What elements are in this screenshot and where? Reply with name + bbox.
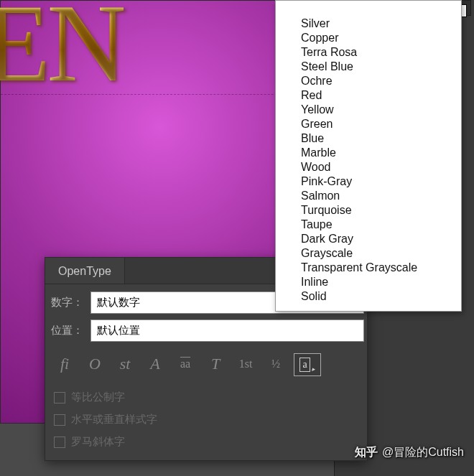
ordinal-1st-icon[interactable]: 1st: [233, 353, 258, 375]
preset-item[interactable]: Steel Blue: [276, 60, 461, 74]
preset-item[interactable]: Taupe: [276, 218, 461, 232]
check-roman-row[interactable]: 罗马斜体字: [51, 431, 364, 453]
titling-t-icon[interactable]: T: [203, 353, 228, 375]
titling-a-icon[interactable]: A: [143, 353, 167, 375]
discretionary-st-icon[interactable]: st: [113, 353, 137, 375]
preset-item[interactable]: Salmon: [276, 189, 461, 203]
check-hv-label: 水平或垂直样式字: [71, 413, 157, 426]
checkbox-icon[interactable]: [54, 437, 65, 448]
ligature-fi-icon[interactable]: fi: [52, 353, 77, 375]
zhihu-logo: 知乎: [355, 445, 378, 460]
preset-item[interactable]: Transparent Grayscale: [276, 261, 461, 275]
preset-item[interactable]: Terra Rosa: [276, 45, 461, 60]
check-hv-row[interactable]: 水平或垂直样式字: [51, 409, 364, 431]
position-value: 默认位置: [97, 324, 140, 336]
preset-item[interactable]: Dark Gray: [276, 232, 461, 246]
checkbox-icon[interactable]: [54, 414, 65, 426]
stylistic-alt-a-icon[interactable]: a ▸: [294, 353, 321, 376]
swash-o-icon[interactable]: O: [83, 353, 107, 375]
preset-item[interactable]: Wood: [276, 160, 461, 174]
preset-item[interactable]: Grayscale: [276, 246, 461, 261]
watermark: 知乎 @冒险的Cutfish: [355, 445, 464, 460]
preset-item[interactable]: Turquoise: [276, 203, 461, 218]
stylistic-aa-icon[interactable]: aa: [173, 353, 198, 375]
check-roman-label: 罗马斜体字: [71, 435, 125, 449]
fraction-half-icon[interactable]: ½: [264, 353, 288, 375]
preset-item[interactable]: Ochre: [276, 74, 461, 88]
preset-item[interactable]: Inline: [276, 275, 461, 289]
tab-opentype[interactable]: OpenType: [45, 258, 125, 284]
preset-item[interactable]: Solid: [276, 289, 461, 304]
preset-item[interactable]: Silver: [276, 17, 461, 31]
preset-item[interactable]: Marble: [276, 146, 461, 160]
position-select[interactable]: 默认位置: [90, 319, 364, 342]
text-baseline: [1, 94, 320, 95]
digits-label: 数字：: [51, 296, 90, 309]
preset-item[interactable]: Copper: [276, 31, 461, 45]
check-proportional-label: 等比公制字: [71, 391, 125, 404]
preset-item[interactable]: Blue: [276, 131, 461, 146]
checkbox-icon[interactable]: [54, 392, 65, 403]
preset-item[interactable]: Red: [276, 88, 461, 103]
check-proportional-row[interactable]: 等比公制字: [51, 386, 364, 409]
position-label: 位置：: [51, 324, 90, 337]
preset-item[interactable]: Green: [276, 117, 461, 131]
bevel-preset-dropdown[interactable]: SilverCopperTerra RosaSteel BlueOchreRed…: [275, 0, 462, 312]
preset-item[interactable]: Yellow: [276, 103, 461, 117]
artwork-text[interactable]: TEN: [0, 0, 124, 108]
digits-value: 默认数字: [97, 296, 140, 308]
opentype-icon-row: fi O st A aa T 1st ½ a ▸: [51, 347, 364, 386]
watermark-handle: @冒险的Cutfish: [382, 445, 464, 460]
preset-item[interactable]: Pink-Gray: [276, 174, 461, 189]
